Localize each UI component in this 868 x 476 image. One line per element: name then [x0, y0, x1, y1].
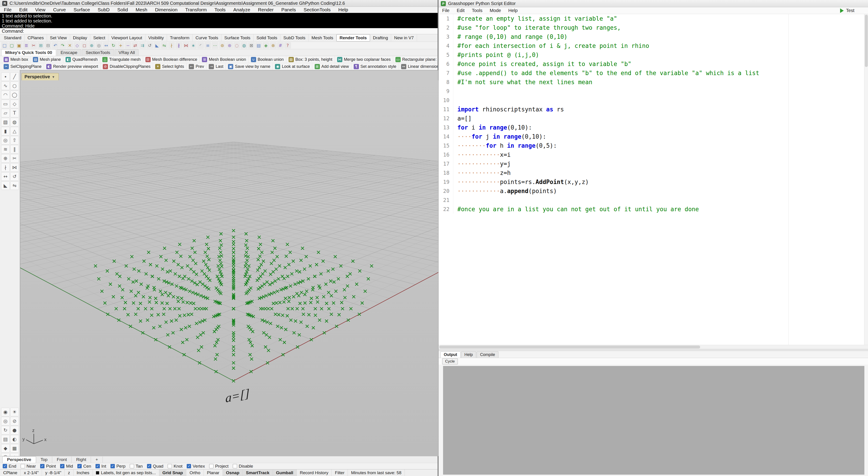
look-at-surface-button[interactable]: ◉Look at surface: [273, 63, 312, 70]
status-cplane[interactable]: CPlane: [0, 469, 21, 476]
undo-icon[interactable]: ↶: [52, 42, 59, 49]
command-prompt-row[interactable]: Command:: [0, 28, 438, 34]
toolbar-tab-subd-tools[interactable]: SubD Tools: [280, 34, 309, 41]
menu-edit[interactable]: Edit: [16, 7, 31, 12]
osnap-disable[interactable]: Disable: [233, 464, 253, 469]
add-detail-view-button[interactable]: ⊞Add detail view: [312, 63, 351, 70]
toolbar-tab-select[interactable]: Select: [90, 34, 108, 41]
viewport-tab-perspective[interactable]: Perspective: [2, 456, 36, 463]
rectangular-plane-3-points-button[interactable]: ▭Rectangular plane: 3 points: [393, 56, 438, 63]
tool-rectangle-icon[interactable]: ▭: [1, 100, 10, 108]
status-minutes-from-last-save-58[interactable]: Minutes from last save: 58: [348, 469, 405, 476]
split-icon[interactable]: ∦: [175, 42, 182, 49]
toolbar-tab-visibility[interactable]: Visibility: [146, 34, 167, 41]
osnap-checkbox-quad[interactable]: ✓: [147, 464, 151, 468]
tool-split-icon[interactable]: ∤: [1, 163, 10, 172]
viewport-title-tab[interactable]: Perspective ▼: [22, 73, 59, 80]
osnap-checkbox-knot[interactable]: [168, 464, 172, 468]
ungroup-icon[interactable]: ⊛: [226, 42, 233, 49]
panel-display-mode-icon[interactable]: ◐: [10, 435, 19, 444]
layers-icon[interactable]: ▤: [255, 42, 262, 49]
status-z[interactable]: z: [65, 469, 73, 476]
hide-icon[interactable]: ◌: [234, 42, 240, 49]
menu-mesh[interactable]: Mesh: [132, 7, 151, 12]
panel-history-icon[interactable]: ↻: [1, 426, 10, 435]
toolbar-tab-render-tools[interactable]: Render Tools: [336, 34, 370, 41]
status-ortho[interactable]: Ortho: [186, 469, 204, 476]
editor-menu-mode[interactable]: Mode: [486, 8, 504, 13]
copy-object-icon[interactable]: ⇉: [139, 42, 146, 49]
command-prompt[interactable]: Command:: [0, 29, 24, 34]
panel-texture-icon[interactable]: ▦: [10, 444, 19, 453]
zoom-out-icon[interactable]: −: [125, 42, 131, 49]
status-x-2-1-4[interactable]: x 2-1/4": [21, 469, 42, 476]
osnap-checkbox-tan[interactable]: [130, 464, 134, 468]
vertical-scrollbar[interactable]: [864, 14, 868, 345]
viewport-tab-top[interactable]: Top: [36, 456, 53, 463]
output-tab-help[interactable]: Help: [461, 351, 476, 358]
osnap-checkbox-end[interactable]: ✓: [3, 464, 7, 468]
toolbar-tab-solid-tools[interactable]: Solid Tools: [254, 34, 281, 41]
tool-curve-icon[interactable]: ∿: [1, 82, 10, 90]
osnap-checkbox-project[interactable]: [209, 464, 214, 468]
explode-icon[interactable]: ∗: [190, 42, 197, 49]
array-icon[interactable]: ⋯: [212, 42, 218, 49]
redo-icon[interactable]: ↷: [59, 42, 66, 49]
tool-point-icon[interactable]: ∙: [1, 72, 10, 81]
grid-toggle-icon[interactable]: #: [277, 42, 284, 49]
quadremesh-button[interactable]: ◧QuadRemesh: [63, 56, 100, 63]
osnap-checkbox-near[interactable]: [21, 464, 25, 468]
move-icon[interactable]: ⇄: [132, 42, 138, 49]
tool-text-icon[interactable]: T: [10, 109, 19, 117]
menu-help[interactable]: Help: [334, 7, 352, 12]
toolbar-tab-standard[interactable]: Standard: [1, 34, 25, 41]
tool-boolean-icon[interactable]: ⊕: [1, 154, 10, 163]
menu-subd[interactable]: SubD: [94, 7, 114, 12]
mesh-plane-button[interactable]: ▤Mesh plane: [31, 56, 63, 63]
box-3-points-height-button[interactable]: ▧Box: 3 points, height: [286, 56, 335, 63]
toolbar-tab-cplanes[interactable]: CPlanes: [25, 34, 47, 41]
panel-layer-panel-icon[interactable]: ▤: [1, 435, 10, 444]
tool-trim-icon[interactable]: ✂: [10, 154, 19, 163]
status-labels-list-gen-as-sep-lists[interactable]: Labels, list gen as sep lists...: [93, 469, 159, 476]
boolean-union-button[interactable]: ∪Boolean union: [249, 56, 286, 63]
status-inches[interactable]: Inches: [73, 469, 93, 476]
menu-panels[interactable]: Panels: [277, 7, 300, 12]
play-icon[interactable]: [840, 8, 844, 13]
osnap-vertex[interactable]: ✓Vertex: [187, 464, 205, 469]
mesh-boolean-difference-button[interactable]: ⊟Mesh Boolean difference: [143, 56, 200, 63]
save-icon[interactable]: ▣: [16, 42, 23, 49]
status-y-8-1-4[interactable]: y -8-1/4": [42, 469, 65, 476]
select-lights-button[interactable]: ☀Select lights: [153, 63, 186, 70]
linear-dimension-button[interactable]: ↔Linear dimension: [399, 63, 438, 70]
editor-menu-file[interactable]: File: [438, 8, 453, 13]
merge-two-coplanar-faces-button[interactable]: ⋈Merge two coplanar faces: [335, 56, 393, 63]
select-window-icon[interactable]: ◻: [81, 42, 88, 49]
delete-icon[interactable]: ✕: [66, 42, 73, 49]
status-gumball[interactable]: Gumball: [273, 469, 297, 476]
mesh-boolean-union-button[interactable]: ⊞Mesh Boolean union: [199, 56, 248, 63]
tool-torus-icon[interactable]: ◎: [1, 136, 10, 145]
vertical-scrollbar-thumb[interactable]: [865, 15, 868, 67]
osnap-knot[interactable]: Knot: [168, 464, 182, 469]
tool-rotate-icon[interactable]: ↺: [10, 172, 19, 181]
toolbar-tab-display[interactable]: Display: [70, 34, 90, 41]
menu-curve[interactable]: Curve: [49, 7, 70, 12]
status-filter[interactable]: Filter: [332, 469, 348, 476]
save-view-by-name-button[interactable]: ▣Save view by name: [226, 63, 273, 70]
properties-icon[interactable]: ◈: [262, 42, 269, 49]
osnap-int[interactable]: ✓Int: [95, 464, 106, 469]
tool-extrude-icon[interactable]: ⇧: [10, 136, 19, 145]
select-icon[interactable]: ◇: [74, 42, 81, 49]
disableclippingplanes-button[interactable]: ⊘DisableClippingPlanes: [100, 63, 153, 70]
panel-material-icon[interactable]: ◆: [1, 444, 10, 453]
tool-circle-icon[interactable]: ○: [10, 82, 19, 90]
osnap-checkbox-cen[interactable]: ✓: [78, 464, 82, 468]
join-icon[interactable]: ⋈: [183, 42, 189, 49]
osnap-checkbox-mid[interactable]: ✓: [60, 464, 64, 468]
panel-camera-icon[interactable]: ◎: [1, 417, 10, 425]
quick-tab-sectiontools[interactable]: SectionTools: [82, 49, 114, 56]
quick-tab-enscape[interactable]: Enscape: [57, 49, 81, 56]
offset-icon[interactable]: ≡: [205, 42, 211, 49]
object-snap-icon[interactable]: ⊗: [270, 42, 277, 49]
